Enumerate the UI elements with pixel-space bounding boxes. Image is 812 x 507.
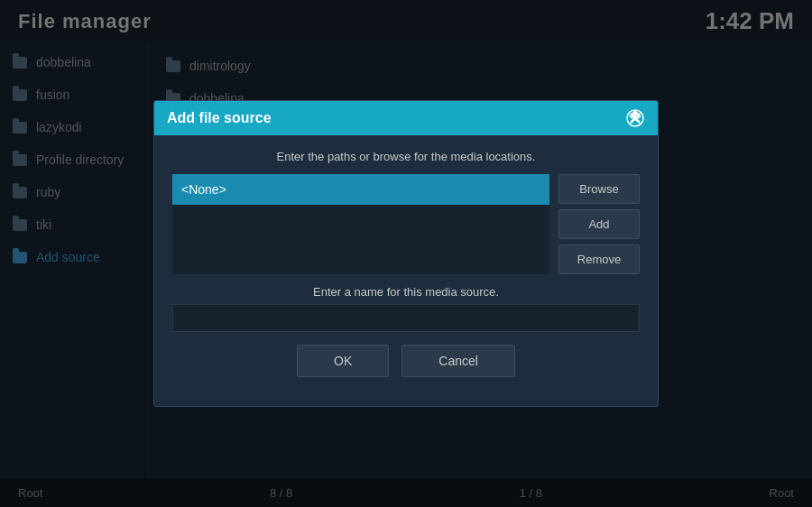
path-display[interactable]: <None> — [172, 174, 549, 205]
modal-name-input[interactable] — [172, 304, 640, 332]
modal-instruction: Enter the paths or browse for the media … — [172, 150, 640, 163]
modal-buttons-col: Browse Add Remove — [558, 174, 640, 274]
path-list-area — [172, 205, 549, 274]
close-icon[interactable] — [625, 108, 645, 128]
remove-button[interactable]: Remove — [558, 244, 640, 274]
add-button[interactable]: Add — [558, 209, 640, 239]
modal-header: Add file source — [154, 101, 658, 135]
modal-overlay: Add file source Enter the paths or brows… — [0, 0, 812, 507]
browse-button[interactable]: Browse — [558, 174, 640, 204]
path-value: <None> — [181, 182, 226, 197]
add-file-source-modal: Add file source Enter the paths or brows… — [153, 100, 659, 407]
ok-button[interactable]: OK — [297, 345, 389, 377]
modal-path-row: <None> Browse Add Remove — [172, 174, 640, 274]
modal-title: Add file source — [167, 110, 272, 126]
modal-footer: OK Cancel — [172, 345, 640, 392]
cancel-button[interactable]: Cancel — [401, 345, 515, 377]
path-area: <None> — [172, 174, 549, 274]
modal-body: Enter the paths or browse for the media … — [154, 135, 658, 406]
modal-name-label: Enter a name for this media source. — [172, 285, 640, 299]
